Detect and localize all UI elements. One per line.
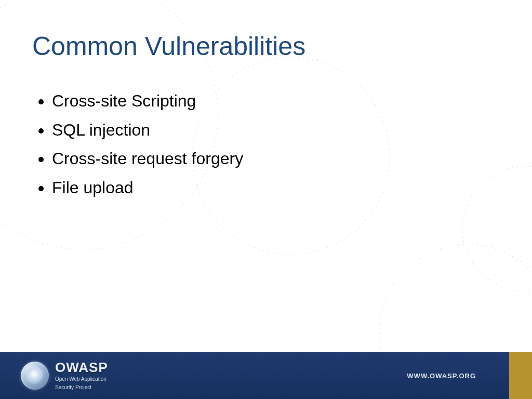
owasp-globe-icon (21, 362, 49, 390)
bullet-item: Cross-site Scripting (52, 88, 243, 114)
logo-sub-line2: Security Project (55, 384, 108, 391)
slide: Common Vulnerabilities Cross-site Script… (0, 0, 532, 399)
logo-sub-line1: Open Web Application (55, 376, 108, 383)
footer-bar: OWASP Open Web Application Security Proj… (0, 352, 532, 399)
svg-point-2 (462, 166, 532, 291)
footer-url: WWW.OWASP.ORG (407, 372, 476, 380)
bullet-list: Cross-site Scripting SQL injection Cross… (52, 88, 243, 204)
footer-left: OWASP Open Web Application Security Proj… (0, 352, 509, 399)
bullet-item: File upload (52, 175, 243, 201)
owasp-logo-text: OWASP Open Web Application Security Proj… (55, 361, 108, 391)
owasp-logo: OWASP Open Web Application Security Proj… (21, 361, 108, 391)
slide-title: Common Vulnerabilities (32, 31, 305, 61)
bullet-item: SQL injection (52, 117, 243, 143)
logo-main-text: OWASP (55, 361, 108, 374)
bullet-item: Cross-site request forgery (52, 146, 243, 172)
footer-accent-strip (509, 352, 532, 399)
